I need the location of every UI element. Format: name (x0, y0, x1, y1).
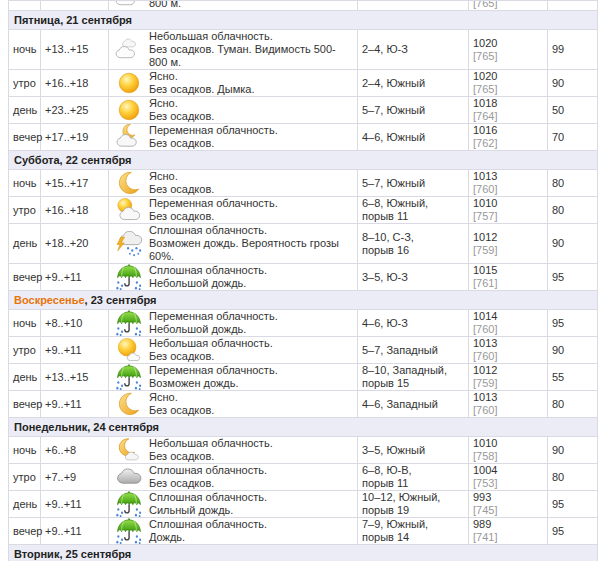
forecast-row: вечер+9..+11Ясно.Без осадков.4–6, Западн… (9, 391, 598, 418)
humidity-cell: 95 (548, 310, 598, 337)
pressure-mmhg: [760] (473, 350, 543, 363)
time-of-day-label: день (13, 237, 37, 249)
humidity-cell: 80 (548, 464, 598, 491)
umbrella-rain-icon (113, 491, 145, 517)
pressure-alt: [765] (473, 1, 497, 10)
pressure-cell: 1010[758] (469, 437, 548, 464)
pressure-cell: 1020[765] (469, 70, 548, 97)
time-cell: ночь (9, 437, 41, 464)
condition-cell: Ясно.Без осадков. (109, 97, 358, 124)
wind-line1: 2–4, Южный (362, 77, 464, 90)
wind-line1: 4–6, Западный (362, 398, 464, 411)
day-name: Суббота (14, 154, 60, 166)
time-of-day-label: день (13, 498, 37, 510)
wind-cell: 10–12, Южный,порыв 19 (358, 491, 469, 518)
condition-cell: Сплошная облачность.Без осадков. (109, 464, 358, 491)
pressure-mmhg: [758] (473, 450, 543, 463)
condition-line1: Небольшая облачность. (149, 437, 353, 450)
pressure-cell: 1015[761] (469, 264, 548, 291)
wind-line1: 10–12, Южный, (362, 491, 464, 504)
condition-wrap: Ясно.Без осадков. (113, 97, 353, 123)
pressure-hpa: 1012 (473, 231, 543, 244)
humidity-value: 80 (552, 398, 564, 410)
pressure-cell: 1014[760] (469, 310, 548, 337)
condition-cell: Сплошная облачность.Сильный дождь. (109, 491, 358, 518)
wind-cell: 3–5, Южный (358, 437, 469, 464)
day-name: Пятница (14, 14, 60, 26)
humidity-value: 90 (552, 237, 564, 249)
condition-text: Переменная облачность.Без осадков. (149, 197, 353, 223)
wind-line2: порыв 11 (362, 210, 464, 223)
condition-text: Ясно.Без осадков. (149, 170, 353, 196)
condition-line1: Ясно. (149, 391, 353, 404)
forecast-row: утро+16..+18Ясно.Без осадков. Дымка.2–4,… (9, 70, 598, 97)
pressure-hpa: 1012 (473, 364, 543, 377)
condition-text: Сплошная облачность.Без осадков. (149, 464, 353, 490)
condition-text: Сплошная облачность.Дождь. (149, 518, 353, 544)
wind-line1: 5–7, Западный (362, 344, 464, 357)
pressure-hpa: 1020 (473, 37, 543, 50)
condition-cell: Сплошная облачность.Возможен дождь. Веро… (109, 224, 358, 264)
day-name: Вторник (14, 548, 59, 560)
temp-cell: +9..+11 (41, 491, 109, 518)
day-header-cell: Понедельник, 24 сентября (9, 418, 598, 437)
pressure-cell: 1012[759] (469, 364, 548, 391)
condition-text: Небольшая облачность.Без осадков. Туман.… (149, 30, 353, 69)
day-section-header: Пятница, 21 сентября (9, 11, 598, 30)
time-of-day-label: ночь (13, 317, 36, 329)
condition-wrap: Переменная облачность.Без осадков. (113, 124, 353, 150)
moon-cloud-icon (113, 124, 145, 150)
humidity-cell: 95 (548, 518, 598, 545)
temp-cell: +16..+18 (41, 197, 109, 224)
condition-line2: Без осадков. (149, 110, 353, 123)
condition-line1: Переменная облачность. (149, 124, 353, 137)
temperature-range: +23..+25 (45, 104, 88, 116)
humidity-cell (548, 1, 598, 11)
pressure-cell: 1012[759] (469, 224, 548, 264)
condition-cell: Сплошная облачность.Небольшой дождь. (109, 264, 358, 291)
time-of-day-label: вечер (13, 131, 42, 143)
condition-cell: Переменная облачность.Без осадков. (109, 124, 358, 151)
humidity-cell: 99 (548, 30, 598, 70)
time-of-day-label: вечер (13, 271, 42, 283)
condition-text: Переменная облачность.Без осадков. (149, 124, 353, 150)
wind-cell (358, 1, 469, 11)
humidity-value: 90 (552, 444, 564, 456)
wind-cell: 6–8, Южный,порыв 11 (358, 197, 469, 224)
wind-line1: 5–7, Южный (362, 104, 464, 117)
temperature-range: +16..+18 (45, 77, 88, 89)
condition-line2: Возможен дождь. (149, 377, 353, 390)
day-section-header: Воскресенье, 23 сентября (9, 291, 598, 310)
forecast-row: вечер+9..+11Сплошная облачность.Дождь.7–… (9, 518, 598, 545)
forecast-row: день+18..+20Сплошная облачность.Возможен… (9, 224, 598, 264)
wind-line2: порыв 11 (362, 477, 464, 490)
humidity-cell: 80 (548, 197, 598, 224)
pressure-cell: 1013[760] (469, 170, 548, 197)
pressure-hpa: 1013 (473, 391, 543, 404)
time-cell: вечер (9, 391, 41, 418)
condition-text: Ясно.Без осадков. (149, 391, 353, 417)
humidity-value: 95 (552, 317, 564, 329)
day-header-cell: Суббота, 22 сентября (9, 151, 598, 170)
wind-cell: 2–4, Южный (358, 70, 469, 97)
condition-wrap: Небольшая облачность.Без осадков. (113, 437, 353, 463)
condition-line1: Небольшая облачность. (149, 30, 353, 43)
condition-line2: Без осадков. (149, 350, 353, 363)
moon-icon (113, 391, 145, 417)
day-date: , 21 сентября (60, 14, 132, 26)
condition-line1: Сплошная облачность. (149, 464, 353, 477)
condition-line1: Сплошная облачность. (149, 224, 353, 237)
humidity-cell: 90 (548, 224, 598, 264)
condition-line2: Без осадков. (149, 137, 353, 150)
temp-cell: +9..+11 (41, 264, 109, 291)
condition-text: Сплошная облачность.Возможен дождь. Веро… (149, 224, 353, 263)
condition-text: Сплошная облачность.Сильный дождь. (149, 491, 353, 517)
forecast-row: утро+7..+9Сплошная облачность.Без осадко… (9, 464, 598, 491)
humidity-cell: 90 (548, 70, 598, 97)
condition-line1: Сплошная облачность. (149, 491, 353, 504)
condition-cell: Небольшая облачность.Без осадков. Туман.… (109, 30, 358, 70)
condition-wrap: Переменная облачность.Без осадков. (113, 197, 353, 223)
pressure-hpa: 1013 (473, 337, 543, 350)
forecast-row: ночь+8..+10Переменная облачность.Небольш… (9, 310, 598, 337)
forecast-row: утро+9..+11Небольшая облачность.Без осад… (9, 337, 598, 364)
